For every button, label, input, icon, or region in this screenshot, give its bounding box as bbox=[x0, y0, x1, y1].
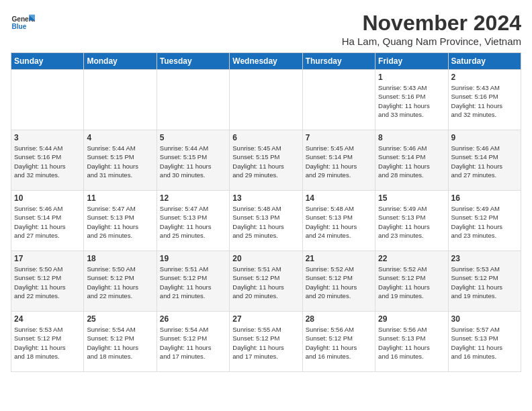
day-number: 29 bbox=[378, 314, 445, 324]
day-info: Sunrise: 5:49 AM Sunset: 5:12 PM Dayligh… bbox=[451, 204, 518, 240]
day-info: Sunrise: 5:46 AM Sunset: 5:14 PM Dayligh… bbox=[378, 144, 445, 179]
day-cell bbox=[11, 70, 84, 130]
title-area: November 2024 Ha Lam, Quang Nam Province… bbox=[342, 11, 521, 47]
day-info: Sunrise: 5:48 AM Sunset: 5:13 PM Dayligh… bbox=[232, 204, 299, 240]
day-number: 9 bbox=[451, 133, 518, 142]
day-number: 23 bbox=[451, 254, 518, 263]
day-info: Sunrise: 5:56 AM Sunset: 5:12 PM Dayligh… bbox=[306, 325, 372, 361]
day-info: Sunrise: 5:49 AM Sunset: 5:13 PM Dayligh… bbox=[378, 204, 445, 240]
week-row-1: 1Sunrise: 5:43 AM Sunset: 5:16 PM Daylig… bbox=[11, 70, 521, 130]
day-cell: 20Sunrise: 5:51 AM Sunset: 5:12 PM Dayli… bbox=[230, 251, 302, 312]
day-number: 28 bbox=[306, 314, 372, 324]
day-info: Sunrise: 5:44 AM Sunset: 5:16 PM Dayligh… bbox=[14, 144, 81, 179]
day-cell: 24Sunrise: 5:53 AM Sunset: 5:12 PM Dayli… bbox=[11, 312, 84, 372]
day-number: 21 bbox=[306, 254, 372, 263]
location-title: Ha Lam, Quang Nam Province, Vietnam bbox=[342, 36, 521, 47]
day-info: Sunrise: 5:55 AM Sunset: 5:12 PM Dayligh… bbox=[232, 325, 299, 361]
day-number: 1 bbox=[378, 73, 445, 82]
day-info: Sunrise: 5:45 AM Sunset: 5:15 PM Dayligh… bbox=[232, 144, 299, 179]
day-number: 2 bbox=[451, 73, 518, 82]
day-info: Sunrise: 5:47 AM Sunset: 5:13 PM Dayligh… bbox=[87, 204, 153, 240]
day-cell: 22Sunrise: 5:52 AM Sunset: 5:12 PM Dayli… bbox=[375, 251, 448, 312]
day-info: Sunrise: 5:57 AM Sunset: 5:13 PM Dayligh… bbox=[451, 325, 518, 361]
day-cell: 2Sunrise: 5:43 AM Sunset: 5:16 PM Daylig… bbox=[448, 70, 521, 130]
day-number: 26 bbox=[160, 314, 226, 324]
day-cell: 25Sunrise: 5:54 AM Sunset: 5:12 PM Dayli… bbox=[84, 312, 157, 372]
day-cell: 13Sunrise: 5:48 AM Sunset: 5:13 PM Dayli… bbox=[230, 191, 302, 251]
day-number: 13 bbox=[232, 193, 299, 203]
day-info: Sunrise: 5:52 AM Sunset: 5:12 PM Dayligh… bbox=[378, 265, 445, 300]
day-info: Sunrise: 5:48 AM Sunset: 5:13 PM Dayligh… bbox=[306, 204, 372, 240]
day-number: 19 bbox=[160, 254, 226, 263]
day-cell: 28Sunrise: 5:56 AM Sunset: 5:12 PM Dayli… bbox=[302, 312, 375, 372]
day-number: 6 bbox=[232, 133, 299, 142]
day-cell: 29Sunrise: 5:56 AM Sunset: 5:13 PM Dayli… bbox=[375, 312, 448, 372]
day-number: 30 bbox=[451, 314, 518, 324]
svg-text:Blue: Blue bbox=[11, 23, 26, 30]
day-cell: 17Sunrise: 5:50 AM Sunset: 5:12 PM Dayli… bbox=[11, 251, 84, 312]
day-number: 25 bbox=[87, 314, 153, 324]
day-number: 22 bbox=[378, 254, 445, 263]
logo: General Blue bbox=[11, 11, 35, 35]
day-cell: 3Sunrise: 5:44 AM Sunset: 5:16 PM Daylig… bbox=[11, 130, 84, 191]
week-row-4: 17Sunrise: 5:50 AM Sunset: 5:12 PM Dayli… bbox=[11, 251, 521, 312]
day-info: Sunrise: 5:54 AM Sunset: 5:12 PM Dayligh… bbox=[160, 325, 226, 361]
day-info: Sunrise: 5:53 AM Sunset: 5:12 PM Dayligh… bbox=[14, 325, 81, 361]
day-number: 16 bbox=[451, 193, 518, 203]
day-cell: 19Sunrise: 5:51 AM Sunset: 5:12 PM Dayli… bbox=[157, 251, 229, 312]
day-number: 5 bbox=[160, 133, 226, 142]
day-number: 4 bbox=[87, 133, 153, 142]
day-number: 10 bbox=[14, 193, 81, 203]
day-cell bbox=[230, 70, 302, 130]
month-title: November 2024 bbox=[342, 11, 521, 36]
weekday-header-thursday: Thursday bbox=[302, 53, 375, 70]
weekday-header-friday: Friday bbox=[375, 53, 448, 70]
day-number: 12 bbox=[160, 193, 226, 203]
day-info: Sunrise: 5:46 AM Sunset: 5:14 PM Dayligh… bbox=[14, 204, 81, 240]
day-info: Sunrise: 5:43 AM Sunset: 5:16 PM Dayligh… bbox=[378, 83, 445, 119]
day-number: 3 bbox=[14, 133, 81, 142]
day-cell bbox=[302, 70, 375, 130]
day-cell: 8Sunrise: 5:46 AM Sunset: 5:14 PM Daylig… bbox=[375, 130, 448, 191]
day-cell: 27Sunrise: 5:55 AM Sunset: 5:12 PM Dayli… bbox=[230, 312, 302, 372]
day-number: 8 bbox=[378, 133, 445, 142]
day-cell: 18Sunrise: 5:50 AM Sunset: 5:12 PM Dayli… bbox=[84, 251, 157, 312]
day-number: 7 bbox=[306, 133, 372, 142]
week-row-5: 24Sunrise: 5:53 AM Sunset: 5:12 PM Dayli… bbox=[11, 312, 521, 372]
day-cell: 10Sunrise: 5:46 AM Sunset: 5:14 PM Dayli… bbox=[11, 191, 84, 251]
day-info: Sunrise: 5:47 AM Sunset: 5:13 PM Dayligh… bbox=[160, 204, 226, 240]
day-info: Sunrise: 5:51 AM Sunset: 5:12 PM Dayligh… bbox=[160, 265, 226, 300]
day-info: Sunrise: 5:54 AM Sunset: 5:12 PM Dayligh… bbox=[87, 325, 153, 361]
day-info: Sunrise: 5:44 AM Sunset: 5:15 PM Dayligh… bbox=[160, 144, 226, 179]
weekday-header-tuesday: Tuesday bbox=[157, 53, 229, 70]
day-info: Sunrise: 5:46 AM Sunset: 5:14 PM Dayligh… bbox=[451, 144, 518, 179]
calendar-table: SundayMondayTuesdayWednesdayThursdayFrid… bbox=[11, 52, 521, 372]
day-cell: 9Sunrise: 5:46 AM Sunset: 5:14 PM Daylig… bbox=[448, 130, 521, 191]
day-cell: 12Sunrise: 5:47 AM Sunset: 5:13 PM Dayli… bbox=[157, 191, 229, 251]
weekday-header-wednesday: Wednesday bbox=[230, 53, 302, 70]
day-number: 27 bbox=[232, 314, 299, 324]
day-cell: 21Sunrise: 5:52 AM Sunset: 5:12 PM Dayli… bbox=[302, 251, 375, 312]
day-number: 17 bbox=[14, 254, 81, 263]
day-info: Sunrise: 5:43 AM Sunset: 5:16 PM Dayligh… bbox=[451, 83, 518, 119]
day-cell bbox=[84, 70, 157, 130]
day-cell: 11Sunrise: 5:47 AM Sunset: 5:13 PM Dayli… bbox=[84, 191, 157, 251]
day-cell: 7Sunrise: 5:45 AM Sunset: 5:14 PM Daylig… bbox=[302, 130, 375, 191]
day-cell: 30Sunrise: 5:57 AM Sunset: 5:13 PM Dayli… bbox=[448, 312, 521, 372]
day-cell: 23Sunrise: 5:53 AM Sunset: 5:12 PM Dayli… bbox=[448, 251, 521, 312]
day-info: Sunrise: 5:44 AM Sunset: 5:15 PM Dayligh… bbox=[87, 144, 153, 179]
day-cell: 1Sunrise: 5:43 AM Sunset: 5:16 PM Daylig… bbox=[375, 70, 448, 130]
weekday-header-sunday: Sunday bbox=[11, 53, 84, 70]
week-row-3: 10Sunrise: 5:46 AM Sunset: 5:14 PM Dayli… bbox=[11, 191, 521, 251]
day-info: Sunrise: 5:50 AM Sunset: 5:12 PM Dayligh… bbox=[14, 265, 81, 300]
day-info: Sunrise: 5:45 AM Sunset: 5:14 PM Dayligh… bbox=[306, 144, 372, 179]
day-info: Sunrise: 5:50 AM Sunset: 5:12 PM Dayligh… bbox=[87, 265, 153, 300]
day-info: Sunrise: 5:52 AM Sunset: 5:12 PM Dayligh… bbox=[306, 265, 372, 300]
day-number: 14 bbox=[306, 193, 372, 203]
logo-icon: General Blue bbox=[11, 11, 35, 35]
day-cell: 26Sunrise: 5:54 AM Sunset: 5:12 PM Dayli… bbox=[157, 312, 229, 372]
day-cell: 6Sunrise: 5:45 AM Sunset: 5:15 PM Daylig… bbox=[230, 130, 302, 191]
weekday-header-saturday: Saturday bbox=[448, 53, 521, 70]
day-cell: 14Sunrise: 5:48 AM Sunset: 5:13 PM Dayli… bbox=[302, 191, 375, 251]
day-number: 18 bbox=[87, 254, 153, 263]
